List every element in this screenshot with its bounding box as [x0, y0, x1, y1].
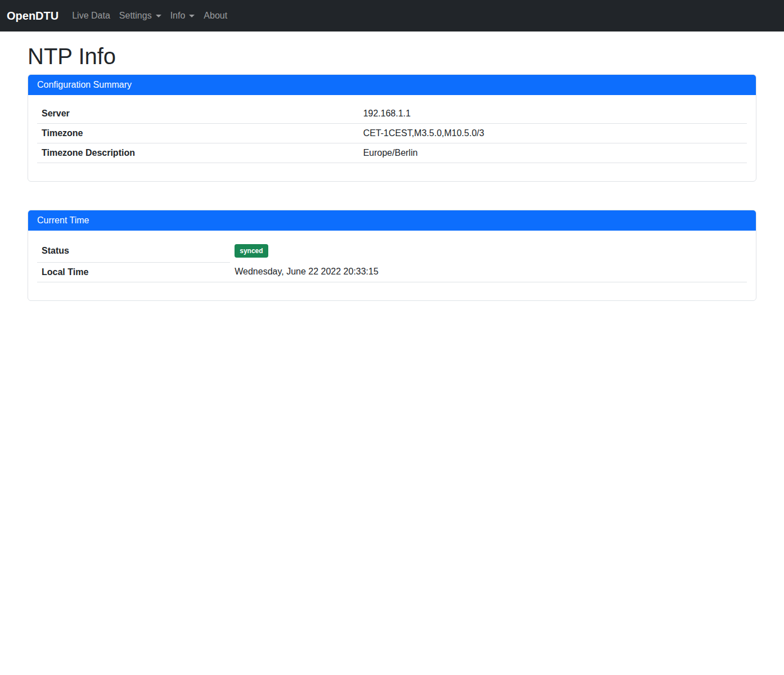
nav-item-label: Info — [170, 11, 186, 21]
main-content: NTP Info Configuration Summary Server 19… — [21, 43, 763, 301]
nav-menu: Live Data Settings Info About — [67, 6, 232, 25]
nav-item-settings-dropdown[interactable]: Settings — [115, 6, 166, 25]
nav-item-live-data[interactable]: Live Data — [67, 6, 115, 25]
row-value: synced — [230, 240, 747, 262]
row-value: CET-1CEST,M3.5.0,M10.5.0/3 — [359, 124, 747, 143]
nav-item-about[interactable]: About — [199, 6, 232, 25]
card-header: Configuration Summary — [28, 75, 756, 95]
nav-item-label: About — [204, 11, 227, 21]
status-badge: synced — [235, 244, 268, 258]
chevron-down-icon — [156, 15, 161, 17]
row-label: Timezone — [37, 124, 359, 143]
configuration-table: Server 192.168.1.1 Timezone CET-1CEST,M3… — [37, 104, 747, 163]
row-value: 192.168.1.1 — [359, 104, 747, 124]
card-body: Server 192.168.1.1 Timezone CET-1CEST,M3… — [28, 95, 756, 181]
table-row: Status synced — [37, 240, 747, 262]
table-row: Server 192.168.1.1 — [37, 104, 747, 124]
card-body: Status synced Local Time Wednesday, June… — [28, 231, 756, 300]
row-label: Local Time — [37, 262, 230, 282]
chevron-down-icon — [189, 15, 195, 17]
nav-item-label: Live Data — [72, 11, 110, 21]
current-time-table: Status synced Local Time Wednesday, June… — [37, 240, 747, 282]
page-title: NTP Info — [28, 43, 756, 70]
row-label: Timezone Description — [37, 143, 359, 163]
row-label: Server — [37, 104, 359, 124]
nav-item-label: Settings — [119, 11, 152, 21]
brand-link[interactable]: OpenDTU — [7, 10, 58, 22]
ntp-info-page: OpenDTU Live Data Settings Info — [0, 0, 784, 675]
card-header: Current Time — [28, 210, 756, 231]
table-row: Local Time Wednesday, June 22 2022 20:33… — [37, 262, 747, 282]
navbar: OpenDTU Live Data Settings Info — [0, 0, 784, 32]
current-time-card: Current Time Status synced Local Time We… — [28, 210, 756, 301]
configuration-summary-card: Configuration Summary Server 192.168.1.1… — [28, 74, 756, 182]
row-value: Europe/Berlin — [359, 143, 747, 163]
row-value: Wednesday, June 22 2022 20:33:15 — [230, 262, 747, 282]
table-row: Timezone Description Europe/Berlin — [37, 143, 747, 163]
table-row: Timezone CET-1CEST,M3.5.0,M10.5.0/3 — [37, 124, 747, 143]
nav-item-info-dropdown[interactable]: Info — [166, 6, 200, 25]
row-label: Status — [37, 240, 230, 262]
